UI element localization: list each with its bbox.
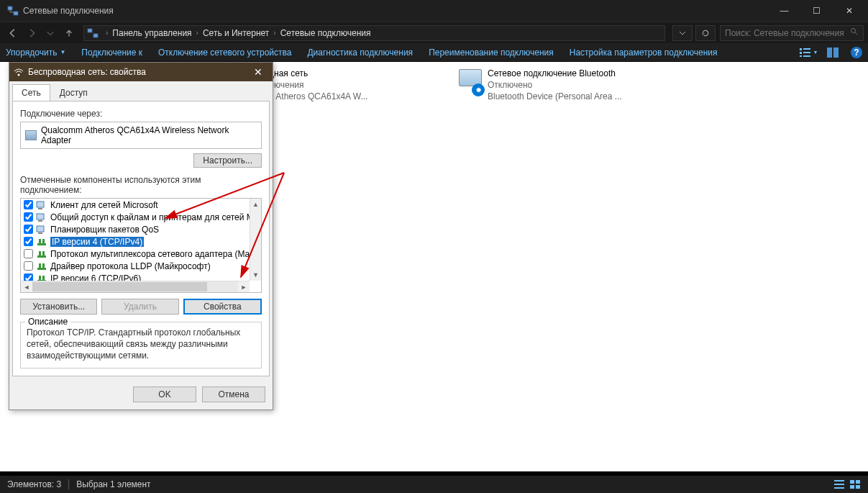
- svg-rect-17: [856, 480, 860, 484]
- connection-name: дная сеть: [269, 68, 367, 79]
- up-button[interactable]: [60, 24, 78, 42]
- crumb-network-connections[interactable]: Сетевые подключения: [280, 28, 371, 38]
- component-checkbox[interactable]: [24, 212, 33, 222]
- connection-item[interactable]: дная сеть лючения n Atheros QCA61x4A W..…: [266, 68, 439, 103]
- toolbar-disable[interactable]: Отключение сетевого устройства: [158, 48, 291, 58]
- ok-button[interactable]: OK: [133, 386, 196, 402]
- bluetooth-connection-icon: ⁕: [456, 68, 485, 96]
- component-item[interactable]: IP версии 4 (TCP/IPv4): [21, 235, 250, 248]
- network-component-icon: [36, 249, 47, 259]
- svg-rect-7: [800, 55, 802, 57]
- search-input[interactable]: [725, 28, 850, 38]
- toolbar-rename[interactable]: Переименование подключения: [429, 48, 554, 58]
- properties-button[interactable]: Свойства: [183, 299, 262, 315]
- close-button[interactable]: ✕: [833, 0, 865, 22]
- help-button[interactable]: ?: [851, 47, 862, 58]
- svg-rect-13: [834, 480, 844, 481]
- component-item[interactable]: Общий доступ к файлам и принтерам для се…: [21, 211, 250, 223]
- configure-button[interactable]: Настроить...: [193, 153, 262, 168]
- details-view-icon[interactable]: [833, 479, 845, 490]
- cancel-button[interactable]: Отмена: [202, 386, 265, 402]
- svg-rect-23: [37, 214, 44, 220]
- recent-locations-button[interactable]: [42, 24, 59, 42]
- dialog-title-bar[interactable]: Беспроводная сеть: свойства ✕: [9, 63, 273, 81]
- connection-item[interactable]: ⁕ Сетевое подключение Bluetooth Отключен…: [456, 68, 629, 103]
- address-dropdown-button[interactable]: [672, 25, 693, 41]
- svg-rect-10: [803, 55, 810, 57]
- back-button[interactable]: [4, 24, 22, 42]
- component-checkbox[interactable]: [24, 237, 33, 246]
- component-item[interactable]: IP версии 6 (TCP/IPv6): [21, 272, 250, 281]
- connection-device: Bluetooth Device (Personal Area ...: [488, 91, 622, 102]
- svg-rect-2: [88, 29, 92, 32]
- component-checkbox[interactable]: [24, 261, 33, 271]
- component-checkbox[interactable]: [24, 225, 33, 234]
- scroll-thumb[interactable]: [32, 282, 207, 291]
- svg-rect-38: [42, 276, 45, 280]
- scroll-left-icon[interactable]: ◄: [21, 281, 32, 292]
- scroll-right-icon[interactable]: ►: [238, 281, 250, 292]
- svg-rect-25: [37, 226, 44, 232]
- component-item[interactable]: Клиент для сетей Microsoft: [21, 199, 250, 211]
- toolbar-connect[interactable]: Подключение к: [81, 48, 142, 58]
- refresh-button[interactable]: [695, 25, 716, 41]
- search-box[interactable]: [720, 25, 864, 41]
- component-item[interactable]: Драйвер протокола LLDP (Майкрософт): [21, 260, 250, 272]
- status-count: Элементов: 3: [7, 479, 61, 489]
- tab-network[interactable]: Сеть: [12, 84, 50, 101]
- vertical-scrollbar[interactable]: ▲ ▼: [250, 199, 261, 281]
- svg-rect-22: [38, 208, 42, 209]
- component-checkbox[interactable]: [24, 200, 33, 209]
- network-component-icon: [36, 225, 47, 235]
- svg-point-4: [851, 29, 856, 33]
- horizontal-scrollbar[interactable]: ◄ ►: [21, 281, 250, 292]
- svg-rect-12: [833, 48, 839, 58]
- tab-access[interactable]: Доступ: [50, 84, 97, 101]
- component-label: Общий доступ к файлам и принтерам для се…: [50, 212, 250, 222]
- component-label: IP версии 4 (TCP/IPv4): [50, 237, 144, 247]
- svg-rect-24: [38, 220, 42, 222]
- maximize-button[interactable]: ☐: [800, 0, 833, 22]
- component-item[interactable]: Протокол мультиплексора сетевого адаптер…: [21, 248, 250, 260]
- install-button[interactable]: Установить...: [20, 299, 97, 315]
- chevron-down-icon: ▼: [60, 49, 65, 55]
- svg-rect-15: [834, 487, 844, 489]
- components-label: Отмеченные компоненты используются этим …: [20, 175, 262, 195]
- svg-rect-31: [39, 251, 41, 255]
- svg-point-20: [18, 74, 20, 76]
- forward-button[interactable]: [23, 24, 40, 42]
- preview-pane-button[interactable]: [822, 45, 844, 60]
- component-item[interactable]: Планировщик пакетов QoS: [21, 223, 250, 235]
- component-checkbox[interactable]: [24, 249, 33, 258]
- dialog-close-button[interactable]: ✕: [248, 65, 268, 79]
- scroll-up-icon[interactable]: ▲: [250, 199, 261, 210]
- remove-button[interactable]: Удалить: [101, 299, 178, 315]
- status-selected: Выбран 1 элемент: [76, 479, 150, 489]
- crumb-control-panel[interactable]: Панель управления: [112, 28, 191, 38]
- toolbar-settings[interactable]: Настройка параметров подключения: [570, 48, 718, 58]
- component-label: Клиент для сетей Microsoft: [50, 200, 158, 210]
- dialog-title: Беспроводная сеть: свойства: [28, 67, 248, 77]
- svg-rect-34: [39, 263, 41, 268]
- svg-rect-16: [850, 480, 854, 484]
- component-checkbox[interactable]: [24, 273, 33, 281]
- component-label: Планировщик пакетов QoS: [50, 225, 159, 235]
- window-title-bar: Сетевые подключения — ☐ ✕: [0, 0, 868, 22]
- svg-rect-1: [14, 12, 18, 15]
- breadcrumb[interactable]: › Панель управления › Сеть и Интернет › …: [83, 25, 665, 41]
- adapter-name: Qualcomm Atheros QCA61x4A Wireless Netwo…: [41, 125, 257, 145]
- properties-dialog: Беспроводная сеть: свойства ✕ Сеть Досту…: [9, 62, 273, 410]
- window-title: Сетевые подключения: [23, 6, 768, 16]
- minimize-button[interactable]: —: [768, 0, 800, 22]
- crumb-network-internet[interactable]: Сеть и Интернет: [203, 28, 269, 38]
- large-icons-view-icon[interactable]: [849, 479, 861, 490]
- scroll-down-icon[interactable]: ▼: [250, 269, 261, 281]
- chevron-right-icon: ›: [273, 29, 275, 37]
- svg-rect-18: [850, 485, 854, 489]
- search-icon: [850, 27, 859, 38]
- toolbar-diagnose[interactable]: Диагностика подключения: [307, 48, 413, 58]
- view-options-button[interactable]: ▼: [798, 45, 819, 60]
- svg-rect-29: [42, 239, 45, 243]
- connection-status: лючения: [269, 79, 367, 91]
- organize-menu[interactable]: Упорядочить▼: [6, 48, 65, 58]
